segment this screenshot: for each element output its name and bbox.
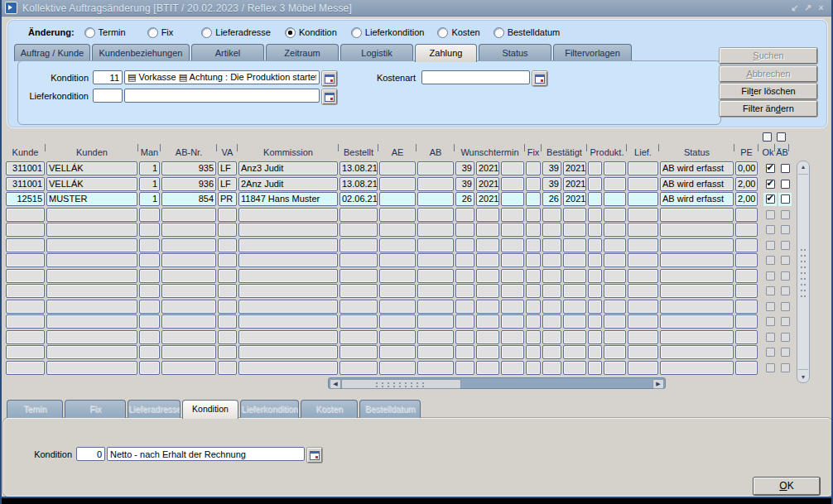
horizontal-scrollbar[interactable]: ◀ ▶ [328,377,666,389]
select-all-ok-checkbox[interactable] [763,132,772,142]
cell-bestellt[interactable]: 02.06.21 [339,192,378,206]
cell-best_kw[interactable] [542,238,561,252]
cell-pe[interactable] [735,269,758,283]
cell-wt_jahr[interactable] [476,314,499,329]
scrollbar-grip[interactable] [800,248,807,298]
aeb-checkbox[interactable] [781,348,790,357]
cell-prod1[interactable] [588,208,602,222]
cell-pe[interactable]: 2,00 [735,192,758,206]
cell-wt_kw[interactable]: 26 [455,192,474,206]
cell-bestellt[interactable]: 13.08.21 [339,177,378,191]
cell-bestellt[interactable] [339,284,378,298]
radio-circle-icon[interactable] [285,27,296,38]
cell-prod2[interactable] [604,238,626,252]
bottom-tab-lieferadresse[interactable]: Lieferadresse [128,400,181,418]
cell-kunden[interactable] [46,269,137,283]
vertical-scrollbar[interactable]: ▲ ▼ [797,161,810,383]
cell-prod2[interactable] [604,361,626,375]
radio-fix[interactable]: Fix [147,27,174,38]
cell-wt_jahr[interactable] [476,253,499,267]
cell-ab[interactable] [417,330,454,344]
kostenart-lov-button[interactable] [532,71,547,86]
cell-kunde[interactable]: 311001 [6,161,45,175]
cell-prod1[interactable] [588,330,602,344]
cell-kunden[interactable] [46,208,137,222]
aeb-checkbox[interactable] [781,164,790,173]
cell-va[interactable] [218,361,237,375]
cell-status[interactable] [660,223,734,237]
cell-fix[interactable] [526,269,541,283]
cell-va[interactable] [218,269,237,283]
ok-checkbox[interactable] [766,348,775,357]
cell-wt_kw[interactable] [455,208,474,222]
cell-wt_jahr[interactable]: 2021 [476,177,499,191]
cell-wt_jahr[interactable] [476,269,499,283]
cell-kommission[interactable]: 2Anz Judit [238,177,338,191]
cell-fix[interactable] [526,223,541,237]
radio-bestelldatum[interactable]: Bestelldatum [494,27,561,38]
cell-pe[interactable] [735,361,758,375]
tab-status[interactable]: Status [479,44,551,61]
cell-best_kw[interactable]: 39 [542,161,561,175]
tab-zahlung[interactable]: Zahlung [415,44,477,62]
cell-bestellt[interactable]: 13.08.21 [339,161,378,175]
tab-logistik[interactable]: Logistik [340,44,413,61]
cell-ab_nr[interactable]: 935 [161,161,216,175]
cell-pe[interactable] [735,300,758,314]
cell-wt_x[interactable] [501,345,524,359]
cell-wt_kw[interactable] [455,330,474,344]
cell-kunde[interactable]: 12515 [6,192,45,206]
cell-prod2[interactable] [604,161,626,175]
radio-circle-icon[interactable] [147,27,158,38]
ok-checkbox[interactable] [766,241,775,250]
cell-man[interactable]: 1 [139,192,160,206]
bottom-tab-lieferkondition[interactable]: Lieferkondition [240,400,299,418]
cell-pe[interactable] [735,284,758,298]
ok-checkbox[interactable] [766,256,775,265]
cell-prod2[interactable] [604,269,626,283]
cell-lief[interactable] [628,208,658,222]
cell-status[interactable] [660,284,734,298]
cell-wt_kw[interactable] [455,314,474,329]
cell-wt_x[interactable] [501,284,524,298]
cell-kunde[interactable] [6,314,45,329]
cell-wt_kw[interactable] [455,269,474,283]
kondition-code-field[interactable] [93,70,123,84]
tab-kundenbeziehungen[interactable]: Kundenbeziehungen [92,44,190,61]
cell-best_kw[interactable] [542,223,561,237]
cell-ab[interactable] [417,208,454,222]
cell-kunden[interactable] [46,330,137,344]
cell-man[interactable]: 1 [139,177,160,191]
cell-ab[interactable] [417,314,454,329]
cell-man[interactable] [139,208,160,222]
cell-kunde[interactable] [6,238,45,252]
cell-ab_nr[interactable] [161,314,216,329]
cell-prod1[interactable] [588,238,602,252]
cell-ab[interactable] [417,177,454,191]
cell-kommission[interactable] [238,269,338,283]
lieferkondition-lov-button[interactable] [322,89,337,104]
cell-kunden[interactable] [46,361,137,375]
cell-wt_x[interactable] [501,361,524,375]
radio-kondition[interactable]: Kondition [285,27,337,38]
cell-best_jahr[interactable] [563,253,586,267]
cell-lief[interactable] [628,223,658,237]
cell-wt_kw[interactable] [455,238,474,252]
aeb-checkbox[interactable] [781,256,790,265]
cell-kommission[interactable] [238,208,338,222]
cell-kunde[interactable] [6,300,45,314]
minimize-icon[interactable]: ↙ [789,2,800,13]
cell-bestellt[interactable] [339,238,378,252]
ok-checkbox[interactable] [766,225,775,234]
cell-ab_nr[interactable] [161,330,216,344]
cell-va[interactable]: LF [218,177,237,191]
cell-man[interactable] [139,284,160,298]
cell-prod2[interactable] [604,177,626,191]
cell-ae[interactable] [379,314,416,329]
cell-prod2[interactable] [604,300,626,314]
ok-checkbox[interactable] [766,286,775,295]
cell-kommission[interactable] [238,330,338,344]
cell-wt_x[interactable] [501,192,524,206]
cell-prod1[interactable] [588,161,602,175]
aeb-checkbox[interactable] [781,210,790,219]
